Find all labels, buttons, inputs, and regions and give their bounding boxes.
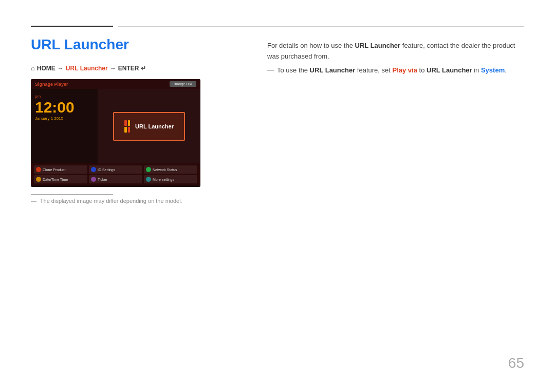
- instruction-text: To use the URL Launcher feature, set Pla…: [277, 65, 507, 76]
- mockup-btn-ticker: Ticker: [89, 175, 142, 183]
- page-title: URL Launcher: [31, 36, 247, 53]
- instr-text6: in: [472, 66, 481, 74]
- mockup-header-title: Signage Player: [35, 82, 68, 87]
- rule-light: [118, 26, 524, 27]
- screen-mockup: Signage Player Change URL pm 12:00 Janua…: [31, 79, 200, 187]
- breadcrumb-url-launcher: URL Launcher: [66, 65, 108, 72]
- enter-icon: ↵: [141, 65, 146, 72]
- icon-tl: [124, 120, 127, 126]
- instr-text3: To use the: [277, 66, 310, 74]
- footnote-rule: [31, 194, 113, 195]
- icon-br: [128, 127, 131, 133]
- mockup-time: 12:00: [35, 100, 94, 115]
- description-main: For details on how to use the URL Launch…: [267, 41, 524, 62]
- arrow1: →: [58, 65, 64, 72]
- footnote-text: The displayed image may differ depending…: [40, 198, 182, 204]
- clone-label: Clone Product: [43, 168, 65, 172]
- ticker-icon: [91, 177, 96, 182]
- page-number: 65: [508, 355, 524, 371]
- instr-bold4: URL Launcher: [427, 66, 472, 74]
- network-label: Network Status: [153, 168, 177, 172]
- instr-text4: feature, set: [355, 66, 392, 74]
- ticker-label: Ticker: [98, 178, 107, 181]
- id-icon: [91, 167, 96, 172]
- mockup-btn-id: ID Settings: [89, 165, 142, 174]
- main-layout: URL Launcher ⌂ HOME → URL Launcher → ENT…: [31, 36, 524, 204]
- url-launcher-label: URL Launcher: [135, 123, 174, 129]
- mockup-body: pm 12:00 January 1 2015 URL L: [31, 89, 200, 163]
- datetime-icon: [36, 177, 41, 182]
- left-column: URL Launcher ⌂ HOME → URL Launcher → ENT…: [31, 36, 247, 204]
- instr-bold2: URL Launcher: [310, 66, 356, 74]
- instr-bold3: Play via: [392, 66, 417, 74]
- mockup-btn-more: More settings: [144, 175, 197, 183]
- rule-dark: [31, 26, 113, 27]
- instr-bold5: System: [481, 66, 505, 74]
- footnote-dash: ―: [31, 198, 36, 204]
- home-icon: ⌂: [31, 64, 35, 72]
- more-label: More settings: [153, 178, 174, 181]
- em-dash: ―: [267, 65, 274, 76]
- more-icon: [146, 177, 151, 182]
- network-icon: [146, 167, 151, 172]
- datetime-label: Date/Time Time: [43, 178, 68, 181]
- mockup-btn-datetime: Date/Time Time: [34, 175, 87, 183]
- desc-bold1: URL Launcher: [355, 42, 401, 49]
- arrow2: →: [110, 65, 116, 72]
- id-label: ID Settings: [98, 168, 115, 172]
- footnote: ― The displayed image may differ dependi…: [31, 198, 247, 204]
- mockup-header: Signage Player Change URL: [31, 79, 200, 89]
- icon-bl: [124, 127, 127, 133]
- url-launcher-icon: [124, 120, 130, 133]
- mockup-left-panel: pm 12:00 January 1 2015: [31, 89, 98, 163]
- instr-text7: .: [505, 66, 507, 74]
- change-url-button: Change URL: [170, 81, 196, 87]
- top-rules: [31, 26, 524, 27]
- page-container: URL Launcher ⌂ HOME → URL Launcher → ENT…: [0, 0, 555, 392]
- mockup-btn-clone: Clone Product: [34, 165, 87, 174]
- url-launcher-box: URL Launcher: [113, 112, 185, 141]
- mockup-time-label: pm: [35, 94, 94, 99]
- right-column: For details on how to use the URL Launch…: [267, 36, 524, 204]
- instruction-line: ― To use the URL Launcher feature, set P…: [267, 65, 524, 76]
- breadcrumb-enter: ENTER: [118, 65, 139, 72]
- desc-text1: For details on how to use the: [267, 42, 355, 49]
- mockup-right-panel: URL Launcher: [98, 89, 200, 163]
- breadcrumb-home: HOME: [37, 65, 55, 72]
- mockup-btn-network: Network Status: [144, 165, 197, 174]
- mockup-footer: Clone Product ID Settings Network Status…: [31, 163, 200, 185]
- breadcrumb: ⌂ HOME → URL Launcher → ENTER ↵: [31, 64, 247, 72]
- clone-icon: [36, 167, 41, 172]
- instr-text5: to: [417, 66, 427, 74]
- mockup-date: January 1 2015: [35, 116, 94, 121]
- icon-tr: [128, 120, 131, 126]
